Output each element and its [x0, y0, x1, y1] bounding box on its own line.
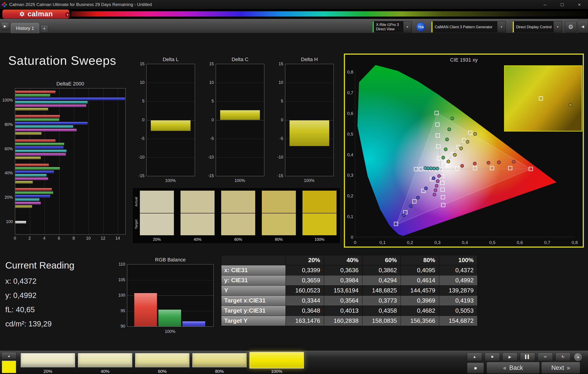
rgb-balance-title: RGB Balance	[127, 257, 214, 263]
cie-x-tick-label: 0,3	[434, 240, 440, 245]
deltae-x-tick-label: 14	[113, 236, 122, 241]
settings-gear-button[interactable]: ⚙	[565, 21, 577, 33]
table-header-cell: 60%	[362, 255, 401, 265]
table-cell: 158,0835	[362, 316, 401, 326]
display-control-dropdown-arrow-icon[interactable]: ▼	[553, 21, 562, 32]
cie-measured-red-4	[512, 160, 515, 163]
table-cell: 0,4193	[439, 296, 478, 306]
cie-measured-magenta-4	[433, 193, 436, 196]
deltal-gridline	[147, 101, 195, 102]
deltae-bar-red-20%	[15, 188, 52, 191]
deltac-chart-title: Delta C	[216, 56, 264, 63]
brand-bar: calman ▼	[0, 9, 588, 19]
close-button[interactable]: ×	[571, 0, 588, 9]
control-eject-button[interactable]: ▲	[467, 353, 482, 361]
pattern-swatch-100%[interactable]	[250, 352, 304, 368]
cie-measured-cyan-1	[432, 167, 436, 170]
deltae-bar-cyan-20%	[15, 198, 40, 201]
cie-measured-red-2	[487, 161, 490, 164]
deltah-y-tick-label: 0	[272, 118, 283, 122]
minimize-button[interactable]: –	[536, 0, 554, 9]
control-stop-button[interactable]: ■	[485, 353, 500, 361]
deltae-bar-green-60%	[15, 143, 64, 145]
deltae-bar-blue-100%	[15, 97, 125, 100]
control-pause-button[interactable]: ▌▌	[520, 353, 535, 361]
meter-dropdown-arrow-icon[interactable]: ▼	[403, 21, 412, 32]
panel-collapse-button[interactable]: ◀	[578, 20, 588, 33]
control-play-button[interactable]: ▶	[502, 353, 517, 361]
cie-measured-yellow-0	[447, 160, 450, 163]
strip-swatch-actual-20%	[140, 191, 174, 213]
tab-history-1[interactable]: History 1	[11, 23, 39, 33]
cie-measured-green-0	[442, 156, 445, 159]
control-loop-button[interactable]: ∞	[538, 353, 553, 361]
pattern-swatch-80%[interactable]	[192, 353, 247, 367]
deltae-x-tick-label: 2	[25, 236, 34, 241]
deltae-bar-magenta-80%	[15, 129, 77, 131]
add-tab-button[interactable]: +	[41, 25, 48, 33]
rgb-y-tick-label: 95	[114, 308, 125, 313]
pattern-swatch-60%[interactable]	[135, 353, 189, 367]
deltae-x-tick-label: 8	[69, 236, 78, 241]
deltae-bar-blue-60%	[15, 146, 64, 149]
logo-dropdown-icon[interactable]: ▼	[65, 12, 70, 17]
next-button[interactable]: Next »	[541, 362, 580, 374]
deltae-y-tick-label: 20%	[0, 195, 13, 200]
back-button-label: Back	[509, 364, 523, 372]
window-controls: – □ ×	[536, 0, 588, 9]
table-cell: 0,4095	[401, 265, 439, 276]
deltae-y-tick-label: 40%	[0, 171, 13, 175]
deltah-chart-title: Delta H	[285, 56, 334, 63]
deltae-x-tick-label: 12	[99, 236, 108, 241]
meter-dropdown[interactable]: X-Rite i1Pro 3 Direct View ▼	[372, 21, 412, 33]
deltae-bar-cyan-60%	[15, 150, 67, 152]
pattern-generator-dropdown[interactable]: CalMAN Client 3 Pattern Generator ▼	[431, 21, 506, 33]
table-cell: 0,3399	[286, 265, 324, 276]
pattern-swatch-label: 40%	[78, 369, 132, 374]
cie-y-tick-label: 0,3	[347, 173, 353, 178]
cie-measured-cyan-0	[436, 167, 439, 170]
deltae-bar-cyan-80%	[15, 125, 73, 128]
cie-measured-red-0	[461, 164, 464, 168]
deltal-chart-title: Delta L	[146, 56, 195, 63]
next-chevron-icon: »	[567, 364, 570, 371]
rgb-bar-blue	[182, 321, 205, 326]
deltah-gridline	[285, 157, 334, 158]
deltae-bar-cyan-100%	[15, 101, 88, 104]
table-row: Target Y163,1476160,2838158,0835156,3566…	[221, 316, 478, 326]
table-cell: 148,6825	[362, 286, 401, 296]
maximize-button[interactable]: □	[554, 0, 571, 9]
rgb-y-tick-label: 90	[114, 324, 125, 329]
table-header-cell: 80%	[401, 255, 439, 265]
strip-swatch-target-20%	[140, 213, 174, 235]
deltae-gridline	[59, 88, 60, 234]
back-button[interactable]: « Back	[486, 362, 540, 374]
deltae-bar-cyan-40%	[15, 174, 47, 177]
deltac-y-tick-label: -10	[202, 155, 214, 160]
deltah-x-tick-label: 100%	[285, 178, 333, 183]
deltac-y-tick-label: 10	[202, 80, 214, 85]
table-cell: 0,3659	[286, 276, 324, 286]
pattern-panel-handle-button[interactable]: ▲	[1, 352, 17, 360]
history-nav-button[interactable]: ▶	[1, 22, 9, 30]
record-indicator[interactable]: ●	[574, 353, 582, 361]
deltah-y-tick-label: -10	[272, 155, 283, 160]
cie-1931-panel[interactable]: CIE 1931 xy 00,10,20,30,40,50,60,70,800,…	[344, 53, 584, 248]
deltal-gridline	[147, 139, 195, 139]
deltae-x-tick-label: 10	[84, 236, 93, 241]
control-refresh-button[interactable]: ↻	[555, 353, 571, 361]
cie-measured-yellow-2	[460, 147, 463, 150]
cie-measured-blue-2	[416, 196, 420, 199]
cie-inset-measured-marker	[569, 103, 572, 107]
pattern-generator-dropdown-arrow-icon[interactable]: ▼	[497, 21, 505, 32]
display-control-dropdown[interactable]: Direct Display Control ▼	[513, 21, 562, 33]
deltac-y-tick-label: 5	[202, 98, 214, 104]
stop-measure-button[interactable]: ■	[467, 363, 484, 374]
cie-measured-magenta-1	[436, 179, 439, 183]
cie-x-tick-label: 0	[354, 240, 357, 245]
table-cell: 0,3648	[286, 306, 324, 316]
calman-logo-button[interactable]: calman ▼	[2, 10, 69, 19]
strip-swatch-label: 40%	[180, 237, 215, 242]
pattern-swatch-40%[interactable]	[78, 353, 132, 367]
pattern-swatch-20%[interactable]	[21, 353, 75, 367]
